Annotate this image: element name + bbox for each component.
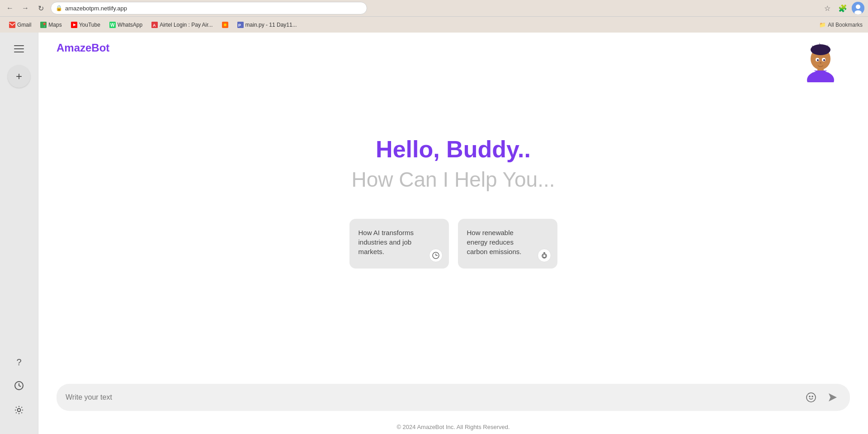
bookmark-gmail[interactable]: Gmail (5, 20, 35, 30)
bookmark-whatsapp[interactable]: W WhatsApp (106, 20, 146, 30)
suggestion-card-1[interactable]: How AI transforms industries and job mar… (349, 219, 449, 269)
profile-avatar[interactable] (852, 2, 864, 14)
svg-point-18 (807, 71, 834, 82)
suggestion-card-2-icon (538, 249, 551, 262)
bookmark-mainpy-label: main.py - 11 Day11... (245, 22, 297, 28)
settings-icon (14, 405, 24, 417)
menu-line-3 (14, 52, 24, 52)
bookmarks-folder-icon: 📁 (819, 22, 826, 28)
bookmark-mainpy[interactable]: P main.py - 11 Day11... (234, 20, 301, 30)
input-area (38, 377, 868, 420)
firefox-favicon (222, 22, 228, 28)
all-bookmarks-label: All Bookmarks (828, 22, 863, 28)
user-avatar (800, 37, 841, 78)
sidebar-bottom: ? (10, 354, 28, 427)
svg-point-1 (856, 5, 860, 9)
chat-input[interactable] (66, 393, 797, 401)
app-logo[interactable]: AmazeBot (57, 42, 109, 54)
gmail-favicon (9, 22, 15, 28)
bookmark-youtube-label: YouTube (79, 22, 100, 28)
browser-chrome: ← → ↻ 🔒 amazebotpm.netlify.app ☆ 🧩 (0, 0, 868, 33)
svg-point-13 (224, 24, 226, 26)
svg-point-27 (817, 59, 819, 61)
plus-icon: + (16, 70, 22, 83)
emoji-button[interactable] (803, 389, 819, 406)
lock-icon: 🔒 (56, 5, 62, 11)
help-icon: ? (16, 357, 21, 368)
menu-line-1 (14, 45, 24, 46)
svg-text:📍: 📍 (42, 22, 47, 28)
address-bar[interactable]: 🔒 amazebotpm.netlify.app (51, 2, 367, 14)
bookmark-airtel-label: Airtel Login : Pay Air... (160, 22, 212, 28)
youtube-favicon (71, 22, 77, 28)
maps-favicon: 📍 (40, 22, 47, 28)
history-button[interactable] (10, 378, 28, 395)
send-button[interactable] (825, 389, 841, 406)
reload-button[interactable]: ↻ (34, 2, 47, 14)
suggestion-cards: How AI transforms industries and job mar… (349, 219, 557, 269)
suggestion-card-1-icon (429, 249, 443, 262)
bookmarks-bar: Gmail 📍 Maps YouTube (0, 16, 868, 33)
history-icon (14, 381, 24, 393)
mainpy-favicon: P (237, 22, 244, 28)
menu-button[interactable] (10, 40, 28, 58)
new-chat-button[interactable]: + (8, 65, 30, 88)
url-text: amazebotpm.netlify.app (65, 5, 127, 12)
svg-text:P: P (238, 23, 241, 28)
bookmark-maps[interactable]: 📍 Maps (37, 20, 65, 30)
bookmark-gmail-label: Gmail (17, 22, 31, 28)
bookmark-youtube[interactable]: YouTube (67, 20, 104, 30)
svg-marker-41 (829, 393, 837, 401)
svg-rect-3 (9, 22, 15, 28)
browser-nav: ← → ↻ (4, 2, 47, 14)
suggestion-card-2[interactable]: How renewable energy reduces carbon emis… (458, 219, 557, 269)
input-container (57, 384, 850, 411)
footer-text: © 2024 AmazeBot Inc. All Rights Reserved… (396, 424, 509, 430)
bookmark-firefox[interactable] (218, 20, 232, 30)
svg-point-39 (809, 396, 810, 397)
main-content: AmazeBot (38, 33, 868, 434)
hero-subtitle: How Can I Help You... (351, 167, 555, 192)
bookmark-airtel[interactable]: A Airtel Login : Pay Air... (148, 20, 216, 30)
settings-button[interactable] (10, 402, 28, 420)
airtel-favicon: A (151, 22, 158, 28)
svg-point-40 (812, 396, 813, 397)
help-button[interactable]: ? (10, 354, 28, 371)
extensions-button[interactable]: 🧩 (836, 2, 849, 14)
hero-section: Hello, Buddy.. How Can I Help You... How… (38, 63, 868, 377)
star-button[interactable]: ☆ (821, 2, 834, 14)
svg-point-17 (18, 408, 21, 411)
hero-greeting: Hello, Buddy.. (376, 136, 531, 163)
sidebar-top: + (8, 40, 30, 348)
app-header: AmazeBot (38, 33, 868, 63)
browser-actions: ☆ 🧩 (821, 2, 864, 14)
svg-point-29 (820, 62, 821, 64)
bookmark-maps-label: Maps (48, 22, 61, 28)
app-container: + ? (0, 33, 868, 434)
footer: © 2024 AmazeBot Inc. All Rights Reserved… (38, 420, 868, 434)
bookmark-whatsapp-label: WhatsApp (118, 22, 142, 28)
back-button[interactable]: ← (4, 2, 16, 14)
svg-text:W: W (110, 23, 115, 28)
svg-point-28 (823, 59, 825, 61)
whatsapp-favicon: W (109, 22, 116, 28)
menu-line-2 (14, 48, 24, 49)
suggestion-card-1-text: How AI transforms industries and job mar… (359, 228, 440, 256)
sidebar: + ? (0, 33, 38, 434)
browser-titlebar: ← → ↻ 🔒 amazebotpm.netlify.app ☆ 🧩 (0, 0, 868, 16)
forward-button[interactable]: → (19, 2, 32, 14)
suggestion-card-2-text: How renewable energy reduces carbon emis… (467, 228, 548, 256)
all-bookmarks-link[interactable]: 📁 All Bookmarks (819, 22, 863, 28)
svg-text:A: A (153, 23, 156, 28)
